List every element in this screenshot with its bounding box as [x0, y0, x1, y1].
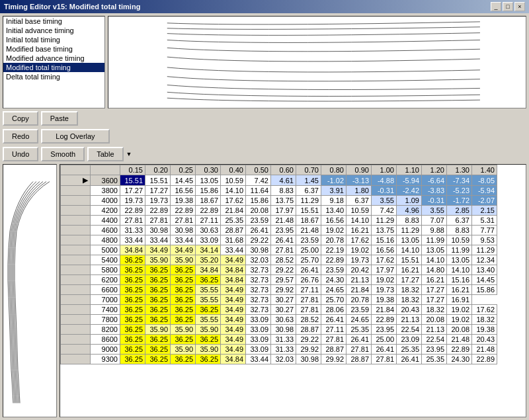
table-row[interactable]: 620036.2536.2536.2536.2534.8432.7329.572…	[61, 275, 497, 285]
cell-1-8[interactable]: 3.91	[321, 186, 346, 196]
cell-7-12[interactable]: 13.05	[422, 245, 447, 255]
cell-5-10[interactable]: 13.75	[372, 226, 397, 235]
paste-button[interactable]: Paste	[41, 111, 78, 126]
cell-16-1[interactable]: 36.25	[145, 335, 171, 345]
cell-8-3[interactable]: 35.20	[196, 255, 221, 265]
cell-14-6[interactable]: 30.63	[271, 315, 296, 325]
cell-7-7[interactable]: 25.00	[296, 245, 321, 255]
cell-11-3[interactable]: 35.55	[196, 285, 221, 295]
cell-13-13[interactable]: 19.02	[447, 305, 472, 315]
cell-18-4[interactable]: 34.84	[221, 355, 246, 364]
cell-0-3[interactable]: 13.05	[196, 175, 221, 186]
cell-16-0[interactable]: 36.25	[120, 335, 145, 345]
table-section[interactable]: 0.150.200.250.300.400.500.600.700.800.90…	[60, 164, 526, 417]
cell-4-1[interactable]: 27.81	[145, 216, 171, 226]
cell-10-8[interactable]: 24.30	[321, 275, 346, 285]
cell-11-6[interactable]: 29.92	[271, 285, 296, 295]
cell-14-12[interactable]: 20.08	[422, 315, 447, 325]
cell-18-8[interactable]: 29.92	[321, 355, 346, 364]
cell-8-10[interactable]: 17.62	[372, 255, 397, 265]
cell-7-1[interactable]: 34.49	[145, 245, 171, 255]
cell-17-4[interactable]: 34.49	[221, 345, 246, 355]
cell-3-9[interactable]: 10.59	[346, 206, 372, 216]
cell-12-12[interactable]: 17.27	[422, 295, 447, 305]
cell-11-11[interactable]: 18.32	[397, 285, 422, 295]
cell-18-12[interactable]: 25.35	[422, 355, 447, 364]
cell-6-12[interactable]: 11.99	[422, 235, 447, 245]
cell-5-5[interactable]: 26.41	[246, 226, 271, 235]
cell-4-11[interactable]: 8.83	[397, 216, 422, 226]
cell-16-8[interactable]: 27.81	[321, 335, 346, 345]
cell-16-9[interactable]: 26.41	[346, 335, 372, 345]
cell-12-11[interactable]: 18.32	[397, 295, 422, 305]
window-controls[interactable]: _ □ ×	[491, 2, 525, 11]
minimize-button[interactable]: _	[491, 2, 501, 11]
cell-17-6[interactable]: 31.33	[271, 345, 296, 355]
table-row[interactable]: 780036.2536.2536.2535.5534.4933.0930.632…	[61, 315, 497, 325]
cell-6-2[interactable]: 33.44	[171, 235, 196, 245]
cell-6-4[interactable]: 31.68	[221, 235, 246, 245]
table-row[interactable]: 540036.2535.9035.9035.2034.4932.0328.522…	[61, 255, 497, 265]
cell-8-0[interactable]: 36.25	[120, 255, 145, 265]
cell-15-14[interactable]: 19.38	[472, 325, 497, 335]
smooth-button[interactable]: Smooth	[41, 147, 85, 161]
cell-2-5[interactable]: 15.86	[246, 196, 271, 206]
cell-15-5[interactable]: 33.09	[246, 325, 271, 335]
cell-17-12[interactable]: 23.95	[422, 345, 447, 355]
cell-11-13[interactable]: 16.21	[447, 285, 472, 295]
cell-13-3[interactable]: 36.25	[196, 305, 221, 315]
cell-3-3[interactable]: 22.89	[196, 206, 221, 216]
cell-3-11[interactable]: 4.96	[397, 206, 422, 216]
cell-2-1[interactable]: 19.73	[145, 196, 171, 206]
table-row[interactable]: 380017.2717.2716.5615.8614.1011.648.836.…	[61, 186, 497, 196]
cell-18-11[interactable]: 26.41	[397, 355, 422, 364]
cell-5-9[interactable]: 16.21	[346, 226, 372, 235]
table-row[interactable]: 900036.2536.2535.9035.9034.4933.0931.332…	[61, 345, 497, 355]
cell-3-1[interactable]: 22.89	[145, 206, 171, 216]
maximize-button[interactable]: □	[503, 2, 513, 11]
cell-15-11[interactable]: 22.54	[397, 325, 422, 335]
cell-18-5[interactable]: 33.44	[246, 355, 271, 364]
cell-13-4[interactable]: 34.49	[221, 305, 246, 315]
cell-12-0[interactable]: 36.25	[120, 295, 145, 305]
cell-2-11[interactable]: 1.09	[397, 196, 422, 206]
cell-17-9[interactable]: 27.81	[346, 345, 372, 355]
cell-13-6[interactable]: 30.27	[271, 305, 296, 315]
cell-6-0[interactable]: 33.44	[120, 235, 145, 245]
cell-16-5[interactable]: 33.09	[246, 335, 271, 345]
cell-7-13[interactable]: 11.99	[447, 245, 472, 255]
cell-13-0[interactable]: 36.25	[120, 305, 145, 315]
cell-16-3[interactable]: 36.25	[196, 335, 221, 345]
cell-13-1[interactable]: 36.25	[145, 305, 171, 315]
cell-7-5[interactable]: 30.98	[246, 245, 271, 255]
cell-17-5[interactable]: 33.09	[246, 345, 271, 355]
table-row[interactable]: 460031.3330.9830.9830.6328.8726.4123.952…	[61, 226, 497, 235]
cell-8-14[interactable]: 12.34	[472, 255, 497, 265]
cell-8-1[interactable]: 35.90	[145, 255, 171, 265]
cell-18-0[interactable]: 36.25	[120, 355, 145, 364]
cell-5-12[interactable]: 9.88	[422, 226, 447, 235]
cell-17-13[interactable]: 22.89	[447, 345, 472, 355]
table-row[interactable]: 440027.8127.8127.8127.1125.3523.5921.481…	[61, 216, 497, 226]
cell-5-6[interactable]: 23.95	[271, 226, 296, 235]
cell-15-9[interactable]: 25.35	[346, 325, 372, 335]
cell-14-13[interactable]: 19.02	[447, 315, 472, 325]
table-row[interactable]: ▶360015.5115.5114.4513.0510.597.424.611.…	[61, 175, 497, 186]
cell-17-14[interactable]: 21.48	[472, 345, 497, 355]
cell-6-9[interactable]: 17.62	[346, 235, 372, 245]
cell-13-9[interactable]: 23.59	[346, 305, 372, 315]
cell-15-8[interactable]: 27.11	[321, 325, 346, 335]
redo-button[interactable]: Redo	[3, 129, 38, 144]
cell-5-0[interactable]: 31.33	[120, 226, 145, 235]
cell-4-5[interactable]: 23.59	[246, 216, 271, 226]
cell-1-13[interactable]: -5.23	[447, 186, 472, 196]
cell-6-7[interactable]: 23.59	[296, 235, 321, 245]
cell-8-2[interactable]: 35.90	[171, 255, 196, 265]
cell-3-2[interactable]: 22.89	[171, 206, 196, 216]
cell-9-9[interactable]: 20.42	[346, 265, 372, 275]
cell-3-7[interactable]: 15.51	[296, 206, 321, 216]
cell-9-6[interactable]: 29.22	[271, 265, 296, 275]
cell-15-2[interactable]: 35.90	[171, 325, 196, 335]
cell-11-5[interactable]: 32.73	[246, 285, 271, 295]
cell-2-6[interactable]: 13.75	[271, 196, 296, 206]
